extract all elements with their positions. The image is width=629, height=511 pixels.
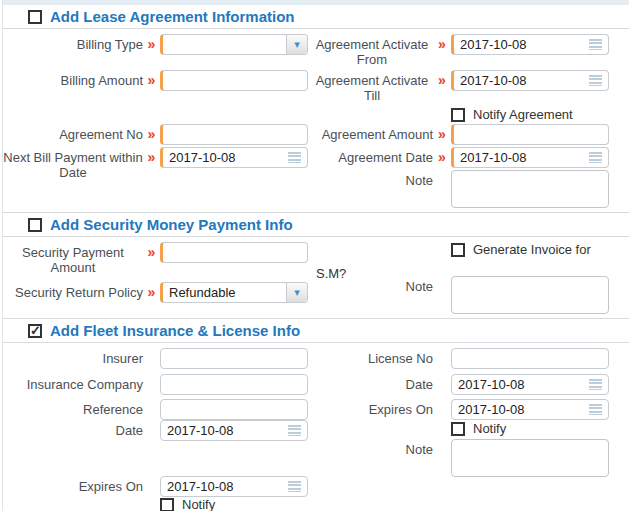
notify-expires-checkbox[interactable] (160, 498, 174, 511)
security-return-policy-value: Refundable (169, 285, 236, 300)
section-header-insurance: Add Fleet Insurance & License Info (3, 318, 629, 343)
expires-on-left-date-input[interactable]: 2017-10-08 (160, 476, 308, 497)
calendar-icon[interactable] (589, 404, 602, 415)
required-marker-icon: » (143, 147, 160, 168)
security-note-textarea[interactable] (451, 276, 609, 314)
field-label-insurance-company: Insurance Company (27, 377, 143, 392)
section-header-lease: Add Lease Agreement Information (3, 5, 629, 29)
insurance-date-left-input[interactable]: 2017-10-08 (160, 420, 308, 441)
agreement-activate-till-date-input[interactable]: 2017-10-08 (451, 70, 609, 91)
required-marker-icon: » (433, 34, 451, 55)
expires-on-right-value: 2017-10-08 (458, 402, 525, 417)
agreement-activate-from-value: 2017-10-08 (460, 37, 527, 52)
agreement-date-input[interactable]: 2017-10-08 (451, 147, 609, 168)
chevron-down-icon[interactable]: ▾ (286, 283, 307, 302)
section-header-security: Add Security Money Payment Info (3, 212, 629, 237)
required-marker-icon: » (433, 70, 451, 91)
generate-invoice-label: Generate Invoice for (473, 242, 591, 257)
calendar-icon[interactable] (589, 75, 602, 86)
required-marker-icon: » (143, 70, 160, 91)
next-bill-payment-date-input[interactable]: 2017-10-08 (160, 147, 308, 168)
section-body-insurance: Insurer Insurance Company Reference Date… (3, 343, 629, 511)
expires-on-left-value: 2017-10-08 (167, 479, 234, 494)
notify-agreement-checkbox[interactable] (451, 108, 465, 122)
field-label-insurance-note: Note (406, 442, 433, 457)
notify-expires-label: Notify (182, 497, 215, 511)
section-title-lease: Add Lease Agreement Information (50, 8, 294, 25)
generate-invoice-checkbox[interactable] (451, 243, 465, 257)
field-label-reference: Reference (83, 402, 143, 417)
field-label-next-bill-payment: Next Bill Payment within Date (3, 150, 143, 180)
field-label-security-note: Note (406, 279, 433, 294)
chevron-down-icon[interactable]: ▾ (286, 35, 307, 54)
field-label-billing-amount: Billing Amount (61, 73, 143, 88)
license-no-input[interactable] (451, 348, 609, 369)
field-label-expires-on-left: Expires On (79, 479, 143, 494)
security-payment-amount-input[interactable] (160, 242, 308, 263)
calendar-icon[interactable] (288, 481, 301, 492)
field-label-insurance-date-left: Date (116, 423, 143, 438)
agreement-amount-input[interactable] (451, 124, 609, 145)
insurance-date-right-input[interactable]: 2017-10-08 (451, 374, 609, 395)
lease-section-checkbox[interactable] (28, 10, 42, 24)
field-label-insurance-date-right: Date (406, 377, 433, 392)
billing-amount-input[interactable] (160, 70, 308, 91)
insurance-date-left-value: 2017-10-08 (167, 423, 234, 438)
lease-note-textarea[interactable] (451, 170, 609, 208)
calendar-icon[interactable] (288, 425, 301, 436)
field-label-insurer: Insurer (103, 351, 143, 366)
notify-license-label: Notify (473, 421, 506, 436)
field-label-license-no: License No (368, 351, 433, 366)
field-label-lease-note: Note (406, 173, 433, 188)
insurer-input[interactable] (160, 348, 308, 369)
agreement-activate-till-value: 2017-10-08 (460, 73, 527, 88)
security-section-checkbox[interactable] (28, 218, 42, 232)
security-return-policy-select[interactable]: Refundable ▾ (160, 282, 308, 303)
field-label-expires-on-right: Expires On (369, 402, 433, 417)
section-body-security: Security Payment Amount » S.M? Security … (3, 237, 629, 318)
field-label-security-return-policy: Security Return Policy (15, 285, 143, 300)
calendar-icon[interactable] (589, 379, 602, 390)
insurance-section-checkbox[interactable] (28, 324, 42, 338)
required-marker-icon: » (143, 282, 160, 303)
billing-type-select[interactable]: ▾ (160, 34, 308, 55)
insurance-company-input[interactable] (160, 374, 308, 395)
section-body-lease: Billing Type » ▾ Billing Amount » Agreem… (3, 29, 629, 212)
calendar-icon[interactable] (589, 39, 602, 50)
lease-agreement-form: Add Lease Agreement Information Billing … (2, 0, 629, 511)
insurance-note-textarea[interactable] (451, 439, 609, 477)
agreement-date-value: 2017-10-08 (460, 150, 527, 165)
reference-input[interactable] (160, 399, 308, 420)
agreement-activate-from-date-input[interactable]: 2017-10-08 (451, 34, 609, 55)
field-label-billing-type: Billing Type (77, 37, 143, 52)
next-bill-payment-date-value: 2017-10-08 (169, 150, 236, 165)
field-label-agreement-activate-till: Agreement Activate Till (311, 73, 433, 103)
section-title-insurance: Add Fleet Insurance & License Info (50, 322, 300, 339)
field-label-agreement-date: Agreement Date (338, 150, 433, 165)
field-label-agreement-activate-from: Agreement Activate From (311, 37, 433, 67)
section-title-security: Add Security Money Payment Info (50, 216, 293, 233)
required-marker-icon: » (433, 124, 451, 145)
notify-license-checkbox[interactable] (451, 422, 465, 436)
agreement-no-input[interactable] (160, 124, 308, 145)
expires-on-right-date-input[interactable]: 2017-10-08 (451, 399, 609, 420)
calendar-icon[interactable] (589, 152, 602, 163)
insurance-date-right-value: 2017-10-08 (458, 377, 525, 392)
required-marker-icon: » (143, 34, 160, 55)
required-marker-icon: » (143, 124, 160, 145)
notify-agreement-label: Notify Agreement (473, 107, 573, 122)
calendar-icon[interactable] (288, 152, 301, 163)
field-label-agreement-amount: Agreement Amount (322, 127, 433, 142)
required-marker-icon: » (143, 242, 160, 263)
field-label-security-payment-amount: Security Payment Amount (3, 245, 143, 275)
field-label-agreement-no: Agreement No (59, 127, 143, 142)
required-marker-icon: » (433, 147, 451, 168)
